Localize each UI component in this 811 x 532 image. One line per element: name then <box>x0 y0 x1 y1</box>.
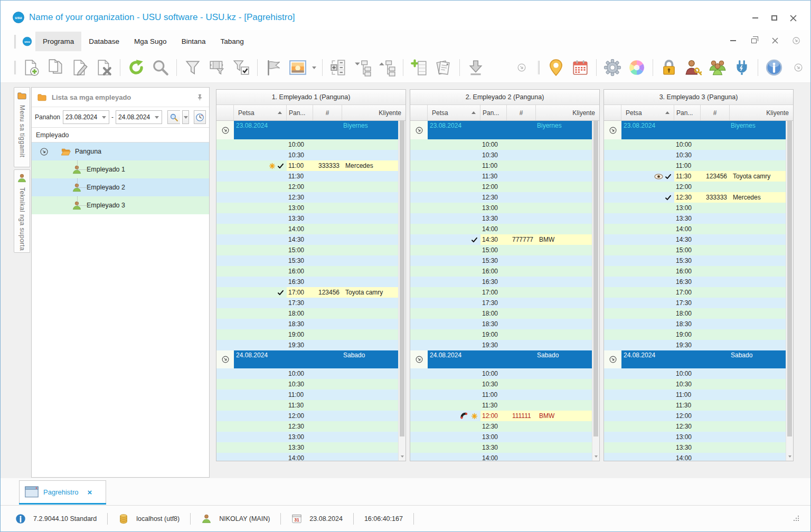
time-row[interactable]: 14:00 <box>216 453 398 461</box>
sidebar-tab-tech-support[interactable]: Teknikal nga suporta <box>14 169 30 253</box>
info-button[interactable] <box>762 56 786 79</box>
time-row[interactable]: 18:00 <box>410 308 592 319</box>
time-row[interactable]: 17:30 <box>410 298 592 308</box>
time-row[interactable]: 19:30 <box>604 340 786 350</box>
time-row[interactable]: 11:00 <box>604 160 786 171</box>
time-row[interactable]: 13:30 <box>216 213 398 224</box>
time-row[interactable]: 14:00 <box>216 224 398 234</box>
time-row[interactable]: 12:30 <box>216 421 398 432</box>
column-header-petsa[interactable]: Petsa <box>621 105 674 120</box>
filter-button[interactable] <box>181 56 205 79</box>
image-preview-button[interactable] <box>286 56 310 79</box>
time-row[interactable]: 12:00 <box>216 411 398 421</box>
minimize-button[interactable] <box>749 13 761 23</box>
time-row[interactable]: 15:00 <box>410 245 592 255</box>
time-row[interactable]: 18:00 <box>216 308 398 319</box>
time-row[interactable]: 14:00 <box>604 453 786 461</box>
column-header-pan[interactable]: Pan... <box>480 105 507 120</box>
date-row[interactable]: 24.08.2024Sabado <box>216 350 398 368</box>
time-row[interactable]: 14:00 <box>410 453 592 461</box>
calendar-button[interactable] <box>568 56 592 79</box>
column-header-number[interactable]: # <box>313 105 342 120</box>
circled-arrow-icon[interactable] <box>608 126 618 135</box>
pin-icon[interactable] <box>196 93 204 101</box>
copy-document-button[interactable] <box>43 56 68 79</box>
time-row[interactable]: 10:30 <box>410 150 592 160</box>
time-row[interactable]: 15:30 <box>216 255 398 266</box>
time-row[interactable]: 18:30 <box>410 319 592 329</box>
time-row[interactable]: 19:00 <box>604 329 786 340</box>
time-row[interactable]: 17:30 <box>604 298 786 308</box>
appointment-row[interactable]: 11:00333333Mercedes <box>216 160 398 171</box>
circled-arrow-icon[interactable] <box>39 147 49 157</box>
circled-arrow-icon[interactable] <box>414 126 424 135</box>
time-row[interactable]: 10:00 <box>216 139 398 150</box>
time-row[interactable]: 10:00 <box>410 139 592 150</box>
refresh-button[interactable] <box>124 56 148 79</box>
time-row[interactable]: 10:30 <box>410 379 592 390</box>
schedule-view-button[interactable] <box>194 110 206 124</box>
tab-pagrehistro[interactable]: Pagrehistro × <box>19 480 106 503</box>
time-row[interactable]: 11:00 <box>410 160 592 171</box>
time-row[interactable]: 13:00 <box>216 203 398 213</box>
collapse-tree-button[interactable] <box>351 56 375 79</box>
scrollbar-down-button[interactable] <box>786 452 793 461</box>
scrollbar-thumb[interactable] <box>787 121 792 436</box>
time-row[interactable]: 13:30 <box>216 442 398 453</box>
time-row[interactable]: 13:30 <box>410 213 592 224</box>
scrollbar-down-button[interactable] <box>399 452 406 461</box>
filter-columns-button[interactable] <box>205 56 229 79</box>
column-header-petsa[interactable]: Petsa <box>428 105 480 120</box>
search-employees-button[interactable] <box>167 110 180 124</box>
reports-button[interactable] <box>431 56 456 79</box>
time-row[interactable]: 10:00 <box>604 368 786 379</box>
new-document-button[interactable] <box>19 56 43 79</box>
column-header-number[interactable]: # <box>701 105 730 120</box>
toolbar-grip[interactable] <box>14 35 16 49</box>
maximize-button[interactable] <box>768 13 780 23</box>
delete-document-button[interactable] <box>92 56 116 79</box>
edit-document-button[interactable] <box>68 56 92 79</box>
time-row[interactable]: 19:30 <box>216 340 398 350</box>
time-row[interactable]: 12:30 <box>604 421 786 432</box>
time-row[interactable]: 19:30 <box>410 340 592 350</box>
plug-button[interactable] <box>730 56 754 79</box>
time-row[interactable]: 11:30 <box>410 171 592 182</box>
time-row[interactable]: 10:00 <box>410 368 592 379</box>
column-header-kliyente[interactable]: Kliyente <box>342 105 406 120</box>
tree-node-employee-1[interactable]: Empleyado 1 <box>32 160 209 178</box>
time-row[interactable]: 10:00 <box>216 368 398 379</box>
time-row[interactable]: 12:30 <box>410 421 592 432</box>
time-row[interactable]: 17:00 <box>410 287 592 298</box>
expand-tree-button[interactable] <box>375 56 399 79</box>
tree-node-employee-2[interactable]: Empleyado 2 <box>32 178 209 196</box>
time-row[interactable]: 11:00 <box>216 390 398 400</box>
time-row[interactable]: 17:00 <box>604 287 786 298</box>
time-row[interactable]: 14:30 <box>216 234 398 245</box>
time-row[interactable]: 11:30 <box>604 400 786 411</box>
time-row[interactable]: 15:30 <box>410 255 592 266</box>
users-button[interactable] <box>705 56 730 79</box>
time-row[interactable]: 15:00 <box>604 245 786 255</box>
date-row[interactable]: 23.08.2024Biyernes <box>216 121 398 139</box>
search-button[interactable] <box>148 56 173 79</box>
mdi-restore-button[interactable] <box>749 36 759 45</box>
date-row[interactable]: 24.08.2024Sabado <box>410 350 592 368</box>
time-row[interactable]: 12:00 <box>604 182 786 192</box>
time-row[interactable]: 18:30 <box>604 319 786 329</box>
date-row[interactable]: 24.08.2024Sabado <box>604 350 786 368</box>
time-row[interactable]: 18:30 <box>216 319 398 329</box>
location-button[interactable] <box>544 56 568 79</box>
time-row[interactable]: 19:00 <box>216 329 398 340</box>
download-button[interactable] <box>464 56 488 79</box>
time-row[interactable]: 19:00 <box>410 329 592 340</box>
time-row[interactable]: 13:30 <box>604 442 786 453</box>
time-row[interactable]: 10:30 <box>216 379 398 390</box>
time-row[interactable]: 10:30 <box>604 379 786 390</box>
time-row[interactable]: 10:00 <box>604 139 786 150</box>
tree-node-panguna[interactable]: Panguna <box>32 142 209 160</box>
scrollbar-thumb[interactable] <box>400 121 404 436</box>
time-row[interactable]: 12:00 <box>604 411 786 421</box>
time-row[interactable]: 12:30 <box>216 192 398 203</box>
time-row[interactable]: 14:00 <box>410 224 592 234</box>
